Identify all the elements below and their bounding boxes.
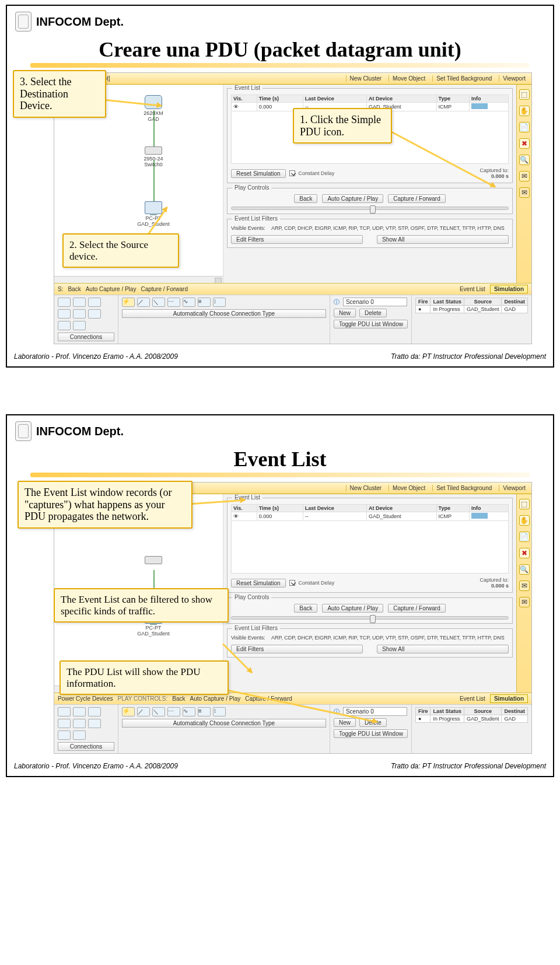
btn-set-bg[interactable]: Set Tiled Background <box>432 75 495 82</box>
play-slider[interactable] <box>231 207 509 210</box>
auto-connection-button[interactable]: Automatically Choose Connection Type <box>122 719 326 728</box>
show-all-button[interactable]: Show All <box>377 645 509 653</box>
event-list-table: Vis. Time (s) Last Device At Device Type… <box>231 504 509 521</box>
col-at[interactable]: At Device <box>366 95 436 103</box>
pdu-col-fire[interactable]: Fire <box>415 298 430 306</box>
scenario-select[interactable]: Scenario 0 <box>343 707 407 716</box>
play-forward-button[interactable]: Capture / Forward <box>388 194 446 203</box>
device-category-palette[interactable] <box>58 298 114 330</box>
slide-title: Creare una PDU (packet datagram unit) <box>7 35 553 62</box>
play-controls-box: Play Controls Back Auto Capture / Play C… <box>227 597 513 624</box>
connection-palette[interactable]: ⚡ ／＼⋯ ∿≡⫶ <box>122 707 326 716</box>
pdu-row[interactable]: ● In Progress GAD_Student GAD <box>415 306 527 313</box>
connections-button[interactable]: Connections <box>58 742 114 751</box>
tool-rail: ⬚ ✋ 📄 ✖ 🔍 ✉ ✉ <box>516 494 531 693</box>
power-cycle-button[interactable]: Power Cycle Devices <box>58 695 113 702</box>
bottom-simulation-tab[interactable]: Simulation <box>490 285 528 293</box>
device-switch[interactable]: 2950-24 Switch0 <box>137 146 170 167</box>
complex-pdu-icon[interactable]: ✉ <box>519 597 530 607</box>
col-time[interactable]: Time (s) <box>257 95 303 103</box>
simple-pdu-icon[interactable]: ✉ <box>519 581 530 591</box>
info-swatch[interactable] <box>471 103 488 109</box>
btn-viewport[interactable]: Viewport <box>499 485 529 491</box>
pdu-col-last[interactable]: Last Status <box>430 298 464 306</box>
edit-filters-button[interactable]: Edit Filters <box>231 235 363 244</box>
constant-delay-checkbox[interactable] <box>289 170 295 176</box>
bottom-auto[interactable]: Auto Capture / Play <box>86 286 136 292</box>
note-tool-icon[interactable]: 📄 <box>519 532 530 542</box>
slide-1: INFOCOM Dept. Creare una PDU (packet dat… <box>6 5 554 368</box>
toggle-pdu-list-button[interactable]: Toggle PDU List Window <box>334 729 408 738</box>
btn-new-cluster[interactable]: New Cluster <box>346 485 385 491</box>
show-all-button[interactable]: Show All <box>377 235 509 244</box>
bottom-s-prefix: S: <box>58 286 63 292</box>
device-router[interactable]: 2620XM GAD <box>137 95 170 122</box>
pdu-row[interactable]: ● In Progress GAD_Student GAD <box>415 715 527 723</box>
event-row[interactable]: 👁 0.000 -- GAD_Student ICMP <box>232 512 509 521</box>
inspect-tool-icon[interactable]: 🔍 <box>519 564 530 575</box>
device-category-palette[interactable] <box>58 707 114 740</box>
event-filters-box: Event List Filters Visible Events: ARP, … <box>227 219 513 248</box>
move-tool-icon[interactable]: ✋ <box>519 515 530 526</box>
scenario-delete-button[interactable]: Delete <box>359 309 387 317</box>
move-tool-icon[interactable]: ✋ <box>519 106 530 116</box>
play-auto-button[interactable]: Auto Capture / Play <box>322 604 383 613</box>
btn-viewport[interactable]: Viewport <box>499 75 529 82</box>
bottom-simulation-tab[interactable]: Simulation <box>490 694 528 703</box>
select-tool-icon[interactable]: ⬚ <box>519 89 530 100</box>
bottom-back[interactable]: Back <box>68 286 80 292</box>
pdu-col-dest[interactable]: Destinat <box>502 298 528 306</box>
complex-pdu-icon[interactable]: ✉ <box>519 187 530 198</box>
col-last[interactable]: Last Device <box>303 95 366 103</box>
note-tool-icon[interactable]: 📄 <box>519 122 530 132</box>
connection-palette[interactable]: ⚡ ／＼⋯ ∿≡⫶ <box>122 298 326 307</box>
col-info[interactable]: Info <box>470 95 509 103</box>
simple-pdu-icon[interactable]: ✉ <box>519 171 530 181</box>
device-switch[interactable] <box>137 556 170 565</box>
bottom-event-list[interactable]: Event List <box>460 286 485 292</box>
btn-move-object[interactable]: Move Object <box>388 485 429 491</box>
btn-set-bg[interactable]: Set Tiled Background <box>432 485 495 491</box>
reset-simulation-button[interactable]: Reset Simulation <box>231 169 286 178</box>
inspect-tool-icon[interactable]: 🔍 <box>519 155 530 165</box>
scenario-select[interactable]: Scenario 0 <box>343 298 407 306</box>
auto-connection-button[interactable]: Automatically Choose Connection Type <box>122 309 326 318</box>
info-swatch[interactable] <box>471 513 488 519</box>
edit-filters-button[interactable]: Edit Filters <box>231 645 363 653</box>
visible-events-list: ARP, CDP, DHCP, EIGRP, ICMP, RIP, TCP, U… <box>271 225 509 232</box>
play-back-button[interactable]: Back <box>294 604 317 613</box>
scenario-new-button[interactable]: New <box>334 309 356 317</box>
footer-left: Laboratorio - Prof. Vincenzo Eramo - A.A… <box>14 762 178 770</box>
crest-icon <box>15 12 32 32</box>
delete-tool-icon[interactable]: ✖ <box>519 138 530 149</box>
btn-new-cluster[interactable]: New Cluster <box>346 75 385 82</box>
btn-move-object[interactable]: Move Object <box>388 75 429 82</box>
header-row: INFOCOM Dept. <box>7 6 553 35</box>
play-slider[interactable] <box>231 616 509 620</box>
pdu-col-src[interactable]: Source <box>464 298 502 306</box>
bottom-auto[interactable]: Auto Capture / Play <box>190 695 241 702</box>
constant-delay-checkbox[interactable] <box>289 580 295 586</box>
canvas-scroll-h[interactable] <box>54 276 223 283</box>
col-type[interactable]: Type <box>436 95 469 103</box>
footer-right: Tratto da: PT Instructor Professional De… <box>391 352 546 361</box>
reset-simulation-button[interactable]: Reset Simulation <box>231 579 286 588</box>
event-list-body[interactable] <box>231 521 509 574</box>
toggle-pdu-list-button[interactable]: Toggle PDU List Window <box>334 320 408 328</box>
title-underline <box>30 63 530 68</box>
pc-label1: PC-PT <box>137 215 170 221</box>
bottom-back[interactable]: Back <box>172 695 185 702</box>
bottom-fwd[interactable]: Capture / Forward <box>141 286 188 292</box>
select-tool-icon[interactable]: ⬚ <box>519 499 530 509</box>
play-auto-button[interactable]: Auto Capture / Play <box>322 194 383 203</box>
play-controls-legend: Play Controls <box>232 184 271 191</box>
scenario-new-button[interactable]: New <box>334 718 356 727</box>
delete-tool-icon[interactable]: ✖ <box>519 548 530 558</box>
col-vis[interactable]: Vis. <box>232 95 257 103</box>
bottom-event-list[interactable]: Event List <box>460 695 485 702</box>
play-forward-button[interactable]: Capture / Forward <box>388 604 446 613</box>
play-back-button[interactable]: Back <box>294 194 317 203</box>
connections-button[interactable]: Connections <box>58 333 114 341</box>
switch-icon <box>145 146 162 155</box>
dept-name: INFOCOM Dept. <box>36 425 124 438</box>
